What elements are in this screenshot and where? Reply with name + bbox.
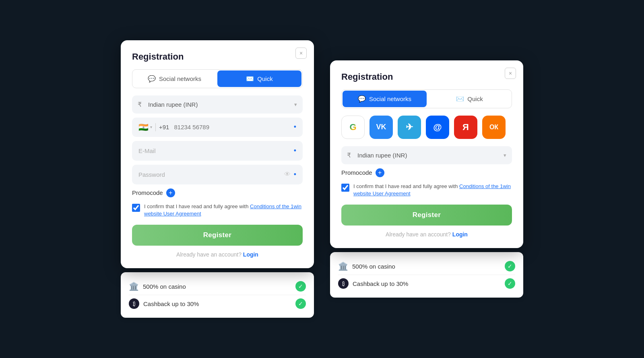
left-tab-bar: 💬 Social networks ✉️ Quick: [132, 69, 303, 88]
social-icon: 💬: [148, 75, 156, 83]
mailru-login-button[interactable]: @: [426, 116, 449, 139]
left-modal-title: Registration: [132, 52, 303, 62]
close-icon: ×: [509, 70, 512, 77]
right-promo-cashback-text: Cashback up to 30%: [353, 280, 408, 287]
promo-cashback-text: Cashback up to 30%: [143, 300, 199, 307]
password-indicator: •: [294, 170, 296, 179]
right-social-icons-row: G VK ✈ @ Я ОК: [341, 116, 512, 139]
right-login-row: Already have an account? Login: [341, 231, 512, 238]
close-icon: ×: [299, 50, 303, 56]
right-promo-banner: 🏛️ 500% on casino ✓ ₿ Cashback up to 30%…: [330, 252, 523, 298]
phone-divider: [155, 123, 156, 131]
left-phone-row: 🇮🇳 ▾ +91 •: [132, 118, 303, 137]
right-casino-check-icon: ✓: [505, 261, 515, 271]
mailru-icon: @: [433, 122, 442, 132]
left-agree-text: I confirm that I have read and fully agr…: [144, 203, 303, 217]
right-close-button[interactable]: ×: [505, 68, 516, 79]
left-promocode-add-button[interactable]: +: [166, 188, 175, 197]
rupee-icon: ₹: [347, 151, 351, 159]
ok-login-button[interactable]: ОК: [482, 116, 506, 139]
eye-icon[interactable]: 👁: [284, 171, 291, 178]
phone-input[interactable]: [174, 124, 290, 130]
left-terms-link[interactable]: Conditions of the 1win website User Agre…: [144, 203, 301, 217]
promo-casino-left: 🏛️ 500% on casino: [129, 281, 186, 291]
left-currency-select[interactable]: Indian rupee (INR) USD EUR: [132, 95, 303, 114]
flag-chevron-icon: ▾: [150, 125, 152, 129]
email-indicator: •: [294, 147, 296, 155]
google-login-button[interactable]: G: [341, 116, 365, 139]
left-promocode-label: Promocode: [132, 189, 163, 196]
yandex-icon: Я: [462, 122, 469, 132]
right-cashback-check-icon: ✓: [505, 278, 515, 289]
left-close-button[interactable]: ×: [295, 48, 307, 59]
right-promo-item-casino: 🏛️ 500% on casino ✓: [338, 258, 515, 275]
email-input[interactable]: [138, 147, 291, 154]
left-tab-quick[interactable]: ✉️ Quick: [217, 70, 301, 87]
left-promocode-row: Promocode +: [132, 188, 303, 197]
ok-icon: ОК: [489, 124, 498, 131]
left-registration-modal: Registration × 💬 Social networks ✉️ Quic…: [121, 40, 314, 268]
promo-casino-text: 500% on casino: [143, 283, 186, 290]
right-promo-item-cashback: ₿ Cashback up to 30% ✓: [338, 275, 515, 292]
right-tab-social[interactable]: 💬 Social networks: [343, 91, 427, 107]
left-register-button[interactable]: Register: [132, 225, 303, 246]
yandex-login-button[interactable]: Я: [454, 116, 477, 139]
promo-item-cashback: ₿ Cashback up to 30% ✓: [129, 295, 306, 312]
right-promocode-row: Promocode +: [341, 168, 512, 177]
left-email-row: •: [132, 141, 303, 161]
left-password-row: 👁 •: [132, 165, 303, 184]
telegram-icon: ✈: [406, 122, 413, 132]
right-tab-quick[interactable]: ✉️ Quick: [427, 90, 512, 108]
cashback-icon: ₿: [129, 298, 139, 309]
right-login-link[interactable]: Login: [452, 231, 468, 238]
left-agree-row: I confirm that I have read and fully agr…: [132, 203, 303, 217]
left-promo-banner: 🏛️ 500% on casino ✓ ₿ Cashback up to 30%…: [121, 272, 314, 318]
promo-item-casino: 🏛️ 500% on casino ✓: [129, 278, 306, 295]
left-agree-checkbox[interactable]: [132, 204, 140, 212]
right-terms-link[interactable]: Conditions of the 1win website User Agre…: [353, 183, 511, 197]
right-casino-icon: 🏛️: [338, 261, 348, 271]
right-tab-bar: 💬 Social networks ✉️ Quick: [341, 89, 512, 108]
right-cashback-icon: ₿: [338, 278, 349, 289]
left-login-link[interactable]: Login: [243, 251, 258, 258]
promo-cashback-left: ₿ Cashback up to 30%: [129, 298, 199, 309]
right-registration-modal: Registration × 💬 Social networks ✉️ Quic…: [330, 60, 523, 248]
vk-icon: VK: [376, 123, 386, 131]
vk-login-button[interactable]: VK: [369, 116, 393, 139]
casino-icon: 🏛️: [129, 281, 139, 291]
telegram-login-button[interactable]: ✈: [398, 116, 421, 139]
right-currency-select[interactable]: Indian rupee (INR) USD EUR: [341, 146, 512, 164]
google-icon: G: [349, 122, 356, 132]
right-promocode-label: Promocode: [341, 169, 372, 176]
left-currency-wrapper: ₹ Indian rupee (INR) USD EUR ▾: [132, 95, 303, 114]
right-agree-row: I confirm that I have read and fully agr…: [341, 183, 512, 197]
country-code: +91: [159, 124, 169, 130]
right-currency-wrapper: ₹ Indian rupee (INR) USD EUR ▾: [341, 146, 512, 164]
social-icon: 💬: [358, 95, 366, 103]
password-input[interactable]: [138, 171, 281, 178]
left-login-row: Already have an account? Login: [132, 251, 303, 258]
quick-icon: ✉️: [246, 75, 254, 83]
right-promo-casino-text: 500% on casino: [352, 263, 395, 270]
right-promocode-add-button[interactable]: +: [376, 168, 384, 177]
left-tab-social[interactable]: 💬 Social networks: [132, 70, 217, 88]
casino-check-icon: ✓: [295, 281, 306, 292]
phone-indicator: •: [294, 123, 296, 131]
india-flag-icon: 🇮🇳: [138, 122, 149, 132]
cashback-check-icon: ✓: [295, 298, 306, 309]
right-agree-text: I confirm that I have read and fully agr…: [353, 183, 512, 197]
right-modal-title: Registration: [341, 72, 512, 82]
quick-icon: ✉️: [456, 95, 464, 103]
right-agree-checkbox[interactable]: [341, 184, 349, 192]
flag-dropdown-button[interactable]: 🇮🇳 ▾: [138, 122, 152, 132]
right-register-button[interactable]: Register: [341, 205, 512, 226]
rupee-icon: ₹: [138, 101, 142, 108]
